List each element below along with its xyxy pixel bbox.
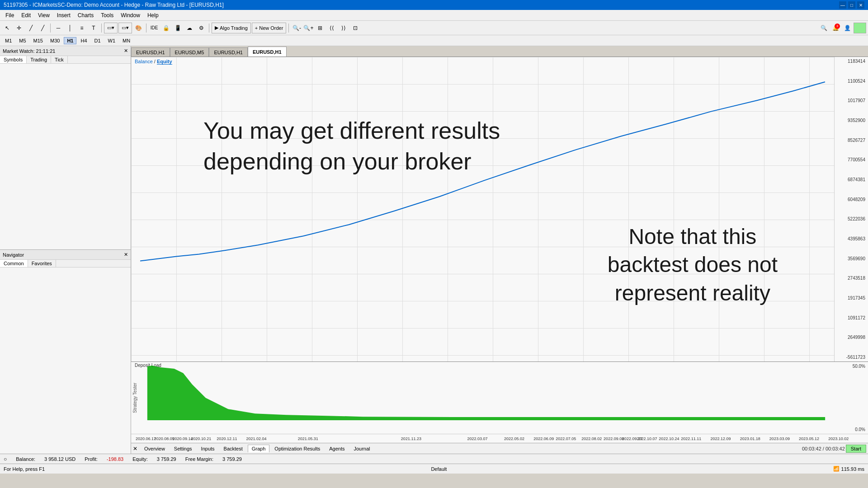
chart-tab-1[interactable]: EURUSD,M5 — [170, 47, 209, 56]
x-tick-16: 2022.10.24 — [659, 436, 679, 441]
market-watch-title: Market Watch: 21:11:21 — [3, 48, 55, 54]
toolbar-line1[interactable]: ╱ — [25, 23, 36, 33]
main-layout: Market Watch: 21:11:21 ✕ Symbols Trading… — [0, 46, 868, 454]
menu-file[interactable]: File — [2, 11, 18, 19]
tab-settings[interactable]: Settings — [170, 445, 196, 453]
notifications-btn[interactable]: 🔔3 — [830, 23, 841, 33]
main-chart[interactable]: Balance / Equity You may get different r… — [131, 57, 868, 361]
algo-trading-btn[interactable]: ▶ Algo Trading — [212, 23, 251, 33]
navigator-tabs: Common Favorites — [0, 260, 131, 267]
window-controls[interactable]: — □ ✕ — [839, 1, 864, 9]
menu-view[interactable]: View — [34, 11, 53, 19]
toolbar-color[interactable]: 🎨 — [133, 23, 144, 33]
charts-container: Balance / Equity You may get different r… — [131, 57, 868, 443]
toolbar-cloud[interactable]: ☁ — [184, 23, 195, 33]
y-tick-3: 9352900 — [835, 118, 867, 123]
tab-common[interactable]: Common — [0, 260, 28, 267]
start-btn[interactable]: Start — [846, 445, 866, 453]
strategy-tester-close[interactable]: ✕ — [133, 446, 137, 452]
tab-backtest[interactable]: Backtest — [220, 445, 247, 453]
menu-window[interactable]: Window — [117, 11, 144, 19]
sub-y-axis: 50.0% 0.0% — [834, 362, 868, 434]
tf-d1[interactable]: D1 — [91, 37, 104, 44]
toolbar-arrow[interactable]: ↖ — [2, 23, 13, 33]
tab-graph[interactable]: Graph — [248, 445, 270, 452]
tab-favorites[interactable]: Favorites — [28, 260, 56, 267]
market-watch-header: Market Watch: 21:11:21 ✕ — [0, 46, 131, 56]
maximize-btn[interactable]: □ — [848, 1, 855, 9]
toolbar-snap[interactable]: ⊡ — [350, 23, 361, 33]
zoom-out-btn[interactable]: 🔍- — [291, 23, 302, 33]
close-btn[interactable]: ✕ — [857, 1, 864, 9]
scroll-left[interactable]: ⟨⟨ — [326, 23, 337, 33]
y-tick-9: 4395863 — [835, 236, 867, 241]
y-tick-6: 6874381 — [835, 177, 867, 182]
grid-btn[interactable]: ⊞ — [315, 23, 326, 33]
y-tick-13: 1091172 — [835, 315, 867, 320]
balance-value: 3 958.12 USD — [44, 456, 75, 462]
search-btn[interactable]: 🔍 — [818, 23, 829, 33]
strategy-tester-vertical-label: Strategy Tester — [131, 362, 138, 434]
default-text: Default — [431, 466, 447, 472]
x-tick-6: 2021.05.31 — [298, 436, 318, 441]
toolbar-template[interactable]: ▭▾ — [118, 23, 132, 33]
tf-m1[interactable]: M1 — [2, 37, 15, 44]
menu-charts[interactable]: Charts — [74, 11, 97, 19]
tab-inputs[interactable]: Inputs — [197, 445, 219, 453]
zoom-in-btn[interactable]: 🔍+ — [303, 23, 314, 33]
chart-tab-3[interactable]: EURUSD,H1 — [248, 47, 287, 56]
deposit-load-svg — [138, 362, 834, 425]
market-watch-close[interactable]: ✕ — [124, 48, 128, 54]
tab-overview[interactable]: Overview — [140, 445, 169, 453]
navigator-close[interactable]: ✕ — [124, 252, 128, 258]
tf-h1[interactable]: H1 — [64, 37, 76, 44]
menu-insert[interactable]: Insert — [53, 11, 74, 19]
menu-tools[interactable]: Tools — [97, 11, 117, 19]
equity-label: Equity: — [132, 456, 148, 462]
toolbar-vline[interactable]: │ — [65, 23, 75, 33]
tab-journal[interactable]: Journal — [349, 445, 374, 453]
tab-agents[interactable]: Agents — [325, 445, 349, 453]
toolbar-text[interactable]: T — [88, 23, 99, 33]
title-text: 51197305 - ICMarketsSC-Demo: Demo Accoun… — [4, 2, 224, 8]
toolbar-settings[interactable]: ⚙ — [196, 23, 207, 33]
sub-y-0: 0.0% — [835, 427, 867, 432]
account-btn[interactable]: 👤 — [842, 23, 853, 33]
signal-icon: 📶 — [833, 466, 840, 472]
toolbar-crosshair[interactable]: ✛ — [14, 23, 24, 33]
tf-mn[interactable]: MN — [119, 37, 133, 44]
toolbar-hline[interactable]: ─ — [53, 23, 64, 33]
tf-m5[interactable]: M5 — [16, 37, 29, 44]
tab-symbols[interactable]: Symbols — [0, 56, 27, 63]
toolbar-lock[interactable]: 🔒 — [160, 23, 171, 33]
y-axis: 1183414 1100524 1017907 9352900 8526727 … — [834, 57, 868, 361]
scroll-right[interactable]: ⟩⟩ — [338, 23, 349, 33]
chart-tab-0[interactable]: EURUSD,H1 — [131, 47, 170, 56]
tab-optimization-results[interactable]: Optimization Results — [270, 445, 324, 453]
y-tick-5: 7700554 — [835, 157, 867, 162]
toolbar-ide[interactable]: IDE — [149, 23, 160, 33]
y-tick-10: 3569690 — [835, 256, 867, 261]
toolbar: ↖ ✛ ╱ ╱ ─ │ ≡ T ▭▾ ▭▾ 🎨 IDE 🔒 📱 ☁ ⚙ ▶ Al… — [0, 21, 868, 35]
toolbar-phone[interactable]: 📱 — [172, 23, 183, 33]
market-watch-panel: Market Watch: 21:11:21 ✕ Symbols Trading… — [0, 46, 131, 250]
minimize-btn[interactable]: — — [839, 1, 846, 9]
x-axis: 2020.06.17 2020.08.05 2020.09.14 2020.10… — [131, 434, 868, 443]
tf-m15[interactable]: M15 — [30, 37, 46, 44]
toolbar-period[interactable]: ▭▾ — [104, 23, 118, 33]
new-order-btn[interactable]: + New Order — [252, 23, 287, 33]
tab-tick[interactable]: Tick — [51, 56, 68, 63]
tf-w1[interactable]: W1 — [105, 37, 119, 44]
toolbar-trendline[interactable]: ╱ — [37, 23, 48, 33]
tab-trading[interactable]: Trading — [27, 56, 51, 63]
toolbar-fib[interactable]: ≡ — [76, 23, 87, 33]
menu-edit[interactable]: Edit — [18, 11, 34, 19]
x-tick-8: 2022.03.07 — [467, 436, 488, 441]
menu-help[interactable]: Help — [144, 11, 162, 19]
tf-m30[interactable]: M30 — [47, 37, 63, 44]
x-tick-3: 2020.10.21 — [191, 436, 211, 441]
tf-h4[interactable]: H4 — [77, 37, 90, 44]
chart-tab-2[interactable]: EURUSD,H1 — [209, 47, 248, 56]
y-tick-14: 2649998 — [835, 335, 867, 340]
y-tick-8: 5222036 — [835, 216, 867, 221]
